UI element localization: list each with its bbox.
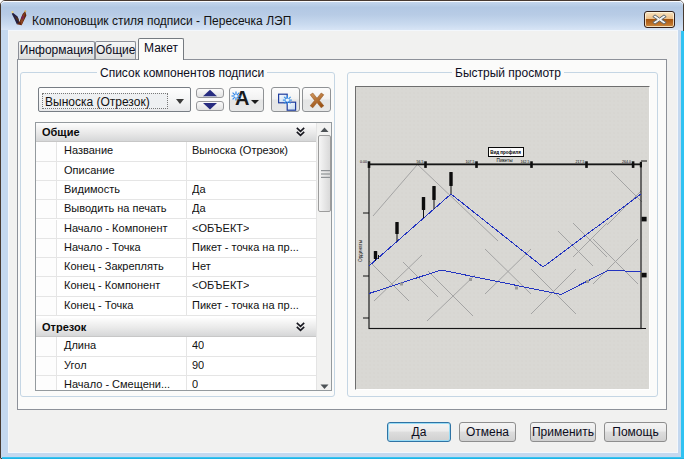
svg-text:56.5: 56.5 [417, 160, 424, 164]
svg-text:217.5: 217.5 [576, 160, 585, 164]
svg-text:Ординаты: Ординаты [358, 239, 363, 262]
svg-text:0.00: 0.00 [360, 160, 367, 164]
svg-text:Пикеты: Пикеты [497, 158, 514, 163]
svg-text:162.5: 162.5 [521, 160, 530, 164]
svg-text:264.0: 264.0 [622, 160, 631, 164]
svg-text:107.5: 107.5 [466, 160, 475, 164]
svg-text:Вид профиля: Вид профиля [490, 149, 521, 155]
